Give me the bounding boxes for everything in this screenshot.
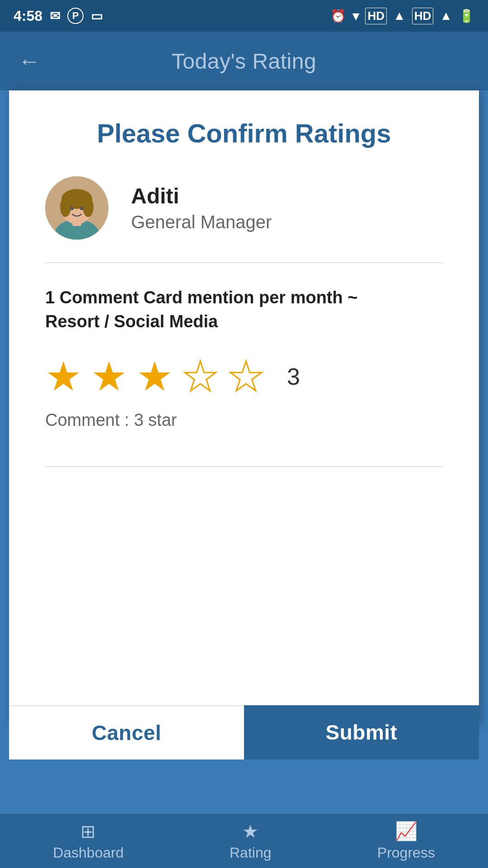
wifi-icon: ▾ (352, 9, 359, 24)
status-bar-right: ⏰ ▾ HD ▲ HD ▲ 🔋 (330, 8, 474, 24)
monitor-icon: ▭ (91, 9, 103, 24)
svg-point-8 (80, 207, 84, 210)
star-2[interactable]: ★ (91, 356, 127, 397)
signal-icon-1: ▲ (393, 9, 406, 23)
main-content: Please Confirm Ratings (0, 90, 488, 814)
divider-1 (45, 262, 443, 263)
stars-row: ★ ★ ★ ★ ★ 3 (45, 356, 443, 397)
rating-section: 1 Comment Card mention per month ~Resort… (45, 277, 443, 439)
user-profile-section: Aditi General Manager (45, 176, 443, 240)
star-5[interactable]: ★ (228, 356, 264, 397)
parking-icon: P (67, 8, 84, 24)
avatar (45, 176, 108, 240)
svg-point-6 (83, 197, 94, 217)
confirm-ratings-modal: Please Confirm Ratings (9, 90, 479, 723)
nav-label-rating: Rating (230, 844, 272, 861)
progress-icon: 📈 (395, 821, 418, 842)
rating-icon: ★ (242, 821, 258, 842)
hd-label-2: HD (412, 8, 434, 24)
modal-actions: Cancel Submit (9, 705, 479, 760)
nav-item-dashboard[interactable]: ⊞ Dashboard (53, 821, 124, 861)
user-info: Aditi General Manager (131, 184, 272, 232)
star-1[interactable]: ★ (45, 356, 82, 397)
bottom-navigation: ⊞ Dashboard ★ Rating 📈 Progress (0, 814, 488, 868)
status-bar-left: 4:58 ✉ P ▭ (14, 8, 103, 24)
nav-label-dashboard: Dashboard (53, 844, 124, 861)
status-time: 4:58 (14, 8, 42, 24)
star-3[interactable]: ★ (136, 356, 173, 397)
svg-point-5 (60, 197, 71, 217)
modal-title: Please Confirm Ratings (45, 118, 443, 149)
page-title: Today's Rating (172, 49, 316, 74)
rating-category-label: 1 Comment Card mention per month ~Resort… (45, 286, 443, 334)
nav-label-progress: Progress (377, 844, 435, 861)
user-name: Aditi (131, 184, 272, 208)
app-header: ← Today's Rating (0, 32, 488, 90)
submit-button[interactable]: Submit (244, 705, 479, 760)
cancel-button[interactable]: Cancel (9, 705, 244, 760)
signal-icon-2: ▲ (440, 9, 452, 23)
divider-2 (45, 466, 443, 467)
back-button[interactable]: ← (18, 50, 41, 72)
hd-label-1: HD (365, 8, 387, 24)
star-4[interactable]: ★ (182, 356, 219, 397)
svg-point-7 (70, 207, 74, 210)
status-bar: 4:58 ✉ P ▭ ⏰ ▾ HD ▲ HD ▲ 🔋 (0, 0, 488, 32)
modal-body: Please Confirm Ratings (9, 90, 479, 723)
comment-text: Comment : 3 star (45, 410, 443, 430)
user-role: General Manager (131, 212, 272, 232)
rating-number: 3 (287, 363, 300, 390)
battery-icon: 🔋 (459, 9, 474, 24)
dashboard-icon: ⊞ (80, 821, 96, 842)
alarm-icon: ⏰ (330, 9, 346, 24)
nav-item-rating[interactable]: ★ Rating (230, 821, 272, 861)
nav-item-progress[interactable]: 📈 Progress (377, 821, 435, 861)
mail-icon: ✉ (50, 9, 60, 24)
